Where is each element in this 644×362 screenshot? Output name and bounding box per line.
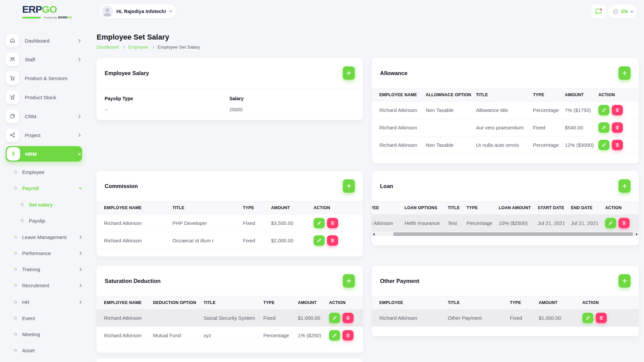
horizontal-scrollbar[interactable]	[372, 232, 639, 236]
chat-icon	[595, 7, 603, 15]
sidebar-subitem-payslip[interactable]: Payslip	[21, 213, 81, 228]
scroll-right-arrow[interactable]	[636, 233, 638, 236]
pencil-icon	[602, 108, 606, 112]
chevron-right-icon	[152, 46, 154, 48]
sidebar-item-product-stock[interactable]: Product Stock	[6, 89, 82, 105]
delete-button[interactable]	[619, 218, 630, 228]
bullet-icon	[13, 283, 18, 288]
users-icon	[6, 53, 19, 66]
cart-plus-icon	[6, 90, 19, 104]
trash-icon	[346, 333, 350, 338]
avatar	[102, 6, 113, 17]
crm-icon	[6, 110, 19, 123]
page-title: Employee Set Salary	[97, 33, 169, 42]
scroll-left-arrow[interactable]	[373, 233, 375, 236]
sidebar: Dashboard Staff Product & Services Produ…	[0, 23, 87, 362]
bullet-icon	[13, 316, 18, 320]
delete-button[interactable]	[612, 122, 623, 133]
logo-wordmark: ERPGO	[22, 4, 72, 14]
table-row: Richard AtkinsonHelth InsuranceTestPerce…	[372, 215, 639, 232]
chevron-down-icon	[169, 9, 172, 12]
commission-card: Commission EMPLOYEE NAMETITLETYPEAMOUNTA…	[97, 171, 363, 256]
trash-icon	[330, 238, 335, 243]
sidebar-item-product-services[interactable]: Product & Services	[6, 70, 82, 86]
user-menu-button[interactable]: Hi, Rajodiya Infotech!	[99, 4, 176, 19]
bullet-icon	[13, 170, 18, 174]
bullet-icon	[13, 332, 18, 337]
chevron-right-icon	[78, 235, 82, 239]
edit-button[interactable]	[598, 140, 609, 150]
add-saturation-deduction-button[interactable]	[343, 274, 355, 288]
table-row: Richard AtkinsonNon TaxableUt nulla aute…	[372, 136, 639, 154]
sidebar-subitem-performance[interactable]: Performance	[14, 245, 81, 261]
pencil-icon	[332, 333, 337, 338]
plus-icon	[622, 279, 627, 283]
trash-icon	[622, 221, 626, 225]
sidebar-subitem-meeting[interactable]: Meeting	[14, 326, 81, 342]
edit-button[interactable]	[598, 122, 609, 133]
language-selector[interactable]: EN	[608, 4, 637, 19]
cart-icon	[6, 71, 19, 85]
add-allowance-button[interactable]	[619, 66, 631, 80]
delete-button[interactable]	[612, 140, 623, 150]
bullet-icon	[13, 348, 18, 353]
notification-dot	[600, 9, 602, 10]
plus-icon	[346, 184, 351, 188]
delete-button[interactable]	[342, 330, 354, 341]
next-card-partial	[97, 359, 363, 362]
edit-button[interactable]	[598, 105, 609, 115]
add-commission-button[interactable]	[343, 179, 355, 193]
chevron-right-icon	[77, 115, 81, 118]
delete-button[interactable]	[327, 218, 338, 228]
add-other-payment-button[interactable]	[619, 274, 631, 288]
breadcrumb-employee[interactable]: Employee	[128, 45, 148, 50]
notifications-button[interactable]	[591, 4, 606, 19]
table-row: Richard AtkinsonSocial Security SystemFi…	[97, 309, 363, 327]
other-payment-table-header: EMPLOYEETITLETYPEAMOUNTACTION	[372, 296, 639, 309]
scrollbar-thumb[interactable]	[393, 232, 633, 236]
sidebar-subitem-employee[interactable]: Employee	[14, 164, 81, 180]
app-logo[interactable]: ERPGO Powered By WORKDO	[22, 4, 72, 19]
edit-button[interactable]	[329, 330, 340, 341]
sidebar-subitem-asset[interactable]: Asset	[14, 343, 81, 358]
plus-icon	[346, 71, 351, 75]
edit-button[interactable]	[605, 218, 616, 228]
add-employee-salary-button[interactable]	[343, 66, 355, 80]
sidebar-item-hrm[interactable]: HRM	[6, 146, 82, 162]
trash-icon	[346, 316, 350, 320]
card-title: Saturation Deduction	[105, 278, 161, 284]
payslip-type-value: --	[105, 107, 133, 112]
sidebar-subitem-event[interactable]: Event	[14, 310, 81, 326]
edit-button[interactable]	[314, 218, 325, 228]
edit-button[interactable]	[314, 235, 325, 246]
sidebar-subitem-leave-management[interactable]: Leave Management	[14, 229, 81, 245]
delete-button[interactable]	[612, 105, 623, 115]
card-title: Commission	[105, 183, 138, 189]
sidebar-subitem-training[interactable]: Training	[14, 261, 81, 277]
add-loan-button[interactable]	[619, 179, 631, 193]
sidebar-subitem-set-salary[interactable]: Set salary	[21, 197, 81, 212]
delete-button[interactable]	[342, 313, 354, 323]
delete-button[interactable]	[596, 313, 607, 323]
chevron-down-icon	[630, 9, 634, 13]
sidebar-item-project[interactable]: Project	[6, 127, 82, 143]
edit-button[interactable]	[329, 313, 340, 323]
pencil-icon	[586, 316, 590, 320]
person-icon	[7, 147, 20, 161]
pencil-icon	[602, 143, 606, 147]
pencil-icon	[602, 125, 606, 130]
pencil-icon	[317, 221, 321, 225]
sidebar-item-dashboard[interactable]: Dashboard	[6, 33, 82, 48]
sidebar-item-staff[interactable]: Staff	[6, 52, 82, 67]
sidebar-subitem-recruitment[interactable]: Recruitment	[14, 278, 81, 293]
breadcrumb-current: Employee Set Salary	[158, 45, 200, 50]
edit-button[interactable]	[582, 313, 593, 323]
breadcrumb-dashboard[interactable]: Dashboard	[97, 45, 119, 50]
salary-value: 25000	[229, 107, 244, 112]
pencil-icon	[317, 238, 321, 243]
sidebar-subitem-hr[interactable]: HR	[14, 294, 81, 310]
sidebar-subitem-payroll[interactable]: Payroll	[14, 180, 81, 196]
delete-button[interactable]	[327, 235, 338, 246]
sidebar-item-crm[interactable]: CRM	[6, 109, 82, 124]
trash-icon	[615, 108, 620, 112]
